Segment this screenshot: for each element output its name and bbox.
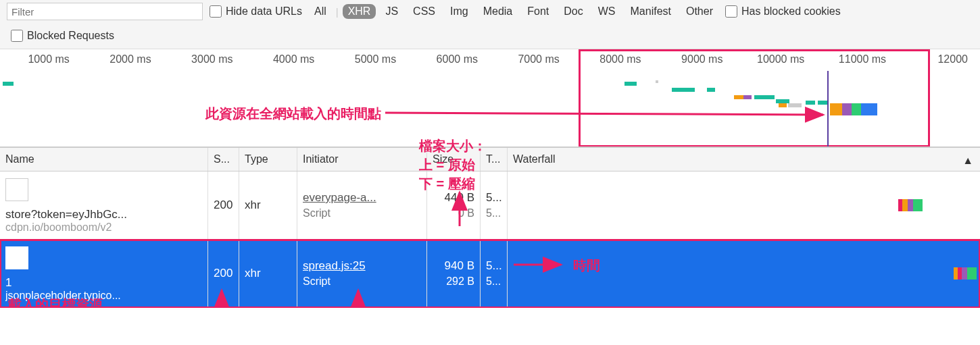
tick: 6000 ms [408, 53, 490, 65]
sort-asc-icon: ▲ [962, 155, 973, 167]
dom-ready-marker [827, 71, 829, 147]
type-filter-other[interactable]: Other [681, 4, 718, 19]
wf-chip [672, 88, 695, 92]
time-total: 5... [486, 191, 501, 205]
table-row[interactable]: store?token=eyJhbGc... cdpn.io/boomboom/… [0, 171, 980, 240]
overview-area [0, 71, 980, 147]
time-total: 5... [486, 259, 501, 273]
wf-chip [624, 82, 637, 86]
type-filter-manifest[interactable]: Manifest [625, 4, 677, 19]
col-initiator[interactable]: Initiator [297, 148, 427, 171]
type-filters: All | XHR JS CSS Img Media Font Doc WS M… [309, 4, 718, 19]
hide-data-urls-checkbox[interactable]: Hide data URLs [210, 5, 302, 18]
type-filter-css[interactable]: CSS [408, 4, 441, 19]
time-latency: 5... [486, 207, 501, 219]
file-icon [5, 178, 28, 201]
type-filter-img[interactable]: Img [445, 4, 474, 19]
tick: 2000 ms [82, 53, 164, 65]
wf-seg [913, 199, 923, 211]
wf-seg [967, 267, 977, 280]
has-blocked-cookies-label: Has blocked cookies [741, 5, 841, 18]
file-icon [5, 246, 28, 269]
type-cell: xhr [239, 171, 297, 239]
initiator-link[interactable]: everypage-a... [303, 191, 421, 205]
type-filter-xhr[interactable]: XHR [343, 4, 376, 19]
blocked-requests-checkbox[interactable]: Blocked Requests [11, 30, 114, 42]
wf-chip [754, 95, 775, 99]
initiator-type: Script [303, 207, 421, 219]
size-resource: 0 B [433, 207, 474, 219]
tick: 3000 ms [164, 53, 245, 65]
wf-chip [788, 103, 802, 107]
initiator-link[interactable]: spread.js:25 [303, 259, 421, 273]
blocked-requests-label: Blocked Requests [27, 30, 114, 42]
timeline-overview[interactable]: 1000 ms 2000 ms 3000 ms 4000 ms 5000 ms … [0, 49, 980, 147]
hide-data-urls-box[interactable] [210, 5, 222, 18]
table-row-selected[interactable]: 1 jsonplaceholder.typico... 200 xhr spre… [0, 240, 980, 308]
has-blocked-cookies-box[interactable] [725, 5, 737, 18]
col-type[interactable]: Type [239, 148, 297, 171]
anno-timeline-point: 此資源在全網站載入的時間點 [205, 105, 381, 123]
anno-file-size: 檔案大小： 上 = 原始 下 = 壓縮 [419, 136, 487, 193]
col-waterfall[interactable]: Waterfall ▲ [508, 148, 980, 171]
type-filter-js[interactable]: JS [380, 4, 403, 19]
request-name: 1 [5, 276, 121, 290]
request-name: store?token=eyJhbGc... [5, 208, 127, 221]
type-cell: xhr [239, 240, 297, 307]
wf-chip [734, 95, 743, 99]
network-toolbar: Hide data URLs All | XHR JS CSS Img Medi… [0, 0, 980, 49]
request-domain: cdpn.io/boomboom/v2 [5, 221, 127, 234]
type-filter-font[interactable]: Font [522, 4, 554, 19]
wf-big [830, 103, 842, 115]
status-cell: 200 [208, 240, 239, 307]
type-filter-all[interactable]: All [309, 4, 332, 19]
wf-seg [962, 267, 967, 280]
wf-chip [3, 82, 14, 86]
wf-seg [902, 199, 908, 211]
type-filter-doc[interactable]: Doc [558, 4, 588, 19]
tick: 4000 ms [245, 53, 326, 65]
time-latency: 5... [486, 275, 501, 288]
anno-target-resource: 載入的目標資源 [8, 296, 103, 308]
wf-big [861, 103, 877, 115]
size-transfer: 940 B [433, 259, 474, 273]
table-header: Name S... Type Initiator Size T... Water… [0, 147, 980, 171]
tick: 7000 ms [490, 53, 572, 65]
col-name[interactable]: Name [0, 148, 208, 171]
tick: 1000 ms [0, 53, 82, 65]
type-filter-ws[interactable]: WS [593, 4, 621, 19]
row-waterfall [513, 177, 975, 234]
wf-big [852, 103, 861, 115]
status-cell: 200 [208, 171, 239, 239]
wf-chip [707, 88, 715, 92]
col-status[interactable]: S... [208, 148, 239, 171]
size-transfer: 440 B [433, 191, 474, 205]
wf-chip [806, 101, 815, 105]
wf-chip [779, 103, 787, 107]
filter-input[interactable] [7, 3, 203, 20]
blocked-requests-box[interactable] [11, 30, 23, 42]
wf-big [842, 103, 852, 115]
wf-seg [908, 199, 913, 211]
anno-time: 時間 [573, 257, 600, 275]
type-filter-media[interactable]: Media [478, 4, 518, 19]
size-resource: 292 B [433, 275, 474, 288]
has-blocked-cookies-checkbox[interactable]: Has blocked cookies [725, 5, 841, 18]
tick: 5000 ms [326, 53, 408, 65]
wf-chip [743, 95, 752, 99]
initiator-type: Script [303, 275, 421, 288]
wf-chip [656, 80, 658, 83]
hide-data-urls-label: Hide data URLs [226, 5, 302, 18]
